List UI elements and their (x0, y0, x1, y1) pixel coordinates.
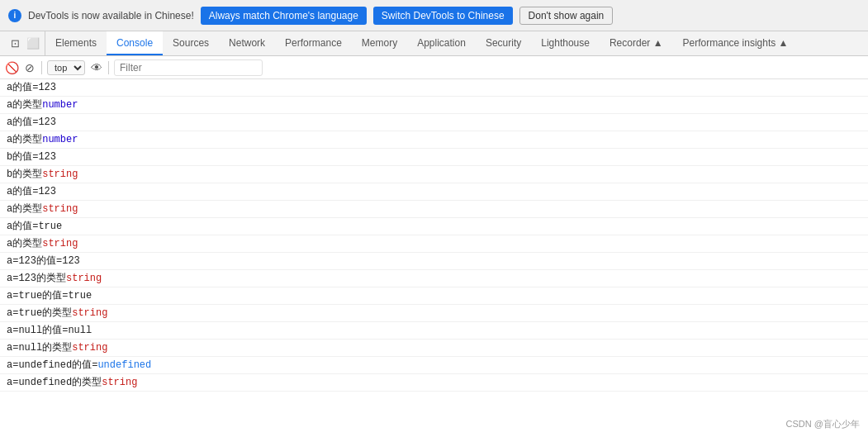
console-line: a=null的值=null (0, 322, 868, 340)
console-line: a=undefined的类型string (0, 374, 868, 392)
console-line: a=true的值=true (0, 287, 868, 305)
info-icon: i (8, 9, 21, 22)
switch-to-chinese-button[interactable]: Switch DevTools to Chinese (373, 7, 513, 25)
console-line: a=null的类型string (0, 340, 868, 357)
filter-input[interactable] (114, 59, 263, 76)
notification-bar: i DevTools is now available in Chinese! … (0, 0, 868, 31)
console-line: a=undefined的值=undefined (0, 357, 868, 374)
tab-security[interactable]: Security (476, 31, 531, 55)
notification-text: DevTools is now available in Chinese! (28, 10, 194, 21)
dismiss-button[interactable]: Don't show again (519, 7, 614, 25)
context-selector[interactable]: top (47, 60, 85, 75)
filter-icon[interactable]: ⊘ (23, 61, 36, 74)
console-line: b的值=123 (0, 149, 868, 166)
tab-lighthouse[interactable]: Lighthouse (531, 31, 600, 55)
tab-bar: ⊡ ⬜ Elements Console Sources Network Per… (0, 31, 868, 56)
tab-elements[interactable]: Elements (45, 31, 107, 55)
console-line: a的类型number (0, 97, 868, 114)
console-line: a的类型string (0, 235, 868, 253)
devtools-icons: ⊡ ⬜ (3, 31, 45, 55)
tab-memory[interactable]: Memory (352, 31, 407, 55)
console-line: a=123的类型string (0, 270, 868, 287)
eye-icon[interactable]: 👁 (90, 61, 103, 74)
console-toolbar: 🚫 ⊘ top 👁 (0, 56, 868, 79)
tab-performance-insights[interactable]: Performance insights ▲ (673, 31, 799, 55)
cursor-icon[interactable]: ⊡ (8, 37, 21, 50)
console-line: a=123的值=123 (0, 253, 868, 270)
tab-console[interactable]: Console (107, 31, 163, 55)
toolbar-divider-2 (108, 61, 109, 74)
console-output: a的值=123a的类型numbera的值=123a的类型numberb的值=12… (0, 79, 868, 437)
tab-application[interactable]: Application (407, 31, 476, 55)
console-line: a的值=123 (0, 79, 868, 97)
console-line: a=true的类型string (0, 305, 868, 322)
tab-network[interactable]: Network (219, 31, 275, 55)
tab-sources[interactable]: Sources (163, 31, 219, 55)
console-line: a的值=123 (0, 183, 868, 201)
toolbar-divider-1 (41, 61, 42, 74)
clear-console-icon[interactable]: 🚫 (5, 61, 18, 74)
device-icon[interactable]: ⬜ (26, 37, 40, 50)
console-line: a的值=true (0, 218, 868, 235)
tab-recorder[interactable]: Recorder ▲ (600, 31, 673, 55)
console-line: a的值=123 (0, 114, 868, 131)
match-language-button[interactable]: Always match Chrome's language (201, 7, 367, 25)
console-line: a的类型string (0, 201, 868, 218)
console-line: a的类型number (0, 131, 868, 149)
tab-performance[interactable]: Performance (275, 31, 352, 55)
watermark: CSDN @盲心少年 (786, 418, 860, 430)
console-line: b的类型string (0, 166, 868, 183)
